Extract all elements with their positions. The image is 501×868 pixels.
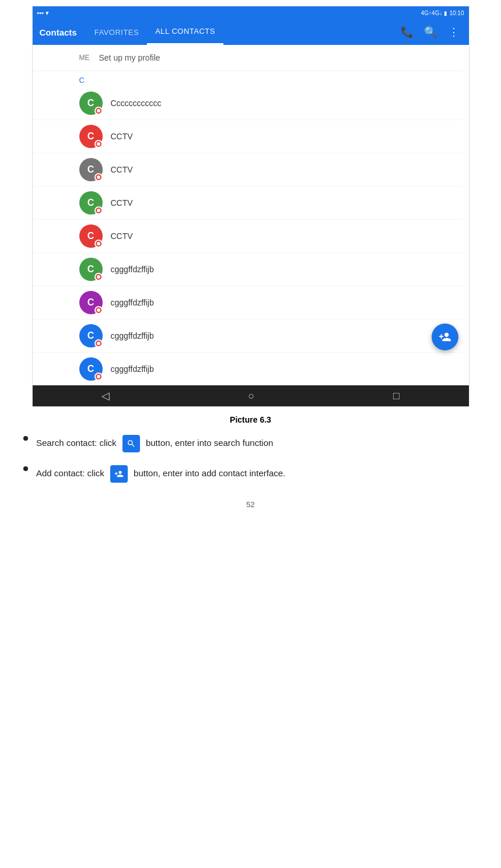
avatar-badge bbox=[94, 173, 103, 181]
contacts-content: ME Set up my profile C C Cccccccccccc C bbox=[33, 45, 469, 385]
contact-name: cgggffdzffijb bbox=[111, 298, 154, 307]
tab-all-contacts[interactable]: ALL CONTACTS bbox=[147, 19, 223, 45]
add-contact-icon-inline bbox=[110, 465, 128, 483]
status-bar-right: 4G↑4G↓ ▮ 10:10 bbox=[421, 10, 464, 16]
phone-icon-btn[interactable]: 📞 bbox=[399, 24, 415, 40]
contact-item[interactable]: C Cccccccccccc bbox=[33, 87, 463, 120]
search-instruction: Search contact: click button, enter into… bbox=[23, 435, 478, 452]
recent-button[interactable]: □ bbox=[381, 386, 411, 406]
contact-item[interactable]: C cgggffdzffijb bbox=[33, 353, 463, 385]
bullet-dot bbox=[23, 436, 28, 441]
me-label: ME bbox=[79, 54, 90, 62]
contact-item[interactable]: C CCTV bbox=[33, 120, 463, 153]
contact-item[interactable]: C CCTV bbox=[33, 187, 463, 220]
contact-list: C Cccccccccccc C CCTV C bbox=[33, 87, 463, 385]
avatar-badge bbox=[94, 140, 103, 148]
avatar: C bbox=[79, 224, 103, 248]
contact-item[interactable]: C CCTV bbox=[33, 220, 463, 253]
nav-bottom: ◁ ○ □ bbox=[33, 385, 469, 406]
avatar-badge bbox=[94, 372, 103, 381]
status-bar: ▪▪▪ ▾ 4G↑4G↓ ▮ 10:10 bbox=[33, 6, 469, 19]
contact-item[interactable]: C cgggffdzffijb bbox=[33, 319, 463, 353]
signal-icon: ▪▪▪ bbox=[37, 9, 44, 16]
search-instruction-text: Search contact: click button, enter into… bbox=[36, 435, 273, 452]
contact-item[interactable]: C CCTV bbox=[33, 153, 463, 187]
avatar: C bbox=[79, 357, 103, 381]
status-bar-left: ▪▪▪ ▾ bbox=[37, 9, 50, 17]
page-number: 52 bbox=[0, 500, 501, 509]
contact-item[interactable]: C cgggffdzffijb bbox=[33, 286, 463, 319]
avatar: C bbox=[79, 324, 103, 347]
avatar: C bbox=[79, 158, 103, 181]
avatar-badge bbox=[94, 339, 103, 347]
contact-name: CCTV bbox=[111, 132, 133, 141]
battery-icon: ▮ bbox=[444, 10, 447, 16]
setup-profile-text: Set up my profile bbox=[99, 53, 160, 62]
me-section[interactable]: ME Set up my profile bbox=[33, 45, 463, 71]
nav-actions: 📞 🔍 ⋮ bbox=[399, 24, 462, 40]
instructions-list: Search contact: click button, enter into… bbox=[0, 435, 501, 483]
search-icon-inline bbox=[122, 435, 140, 452]
bullet-dot bbox=[23, 466, 28, 471]
add-instruction: Add contact: click button, enter into ad… bbox=[23, 465, 478, 483]
avatar: C bbox=[79, 291, 103, 314]
phone-frame: ▪▪▪ ▾ 4G↑4G↓ ▮ 10:10 Contacts FAVORITES … bbox=[32, 6, 470, 407]
app-title: Contacts bbox=[40, 27, 86, 37]
contact-name: CCTV bbox=[111, 231, 133, 241]
avatar: C bbox=[79, 92, 103, 115]
add-contact-fab[interactable] bbox=[432, 324, 458, 350]
add-instruction-text: Add contact: click button, enter into ad… bbox=[36, 465, 285, 483]
avatar-badge bbox=[94, 206, 103, 215]
contact-name: CCTV bbox=[111, 198, 133, 208]
nav-tabs: FAVORITES ALL CONTACTS bbox=[86, 19, 399, 45]
contact-name: cgggffdzffijb bbox=[111, 265, 154, 274]
avatar: C bbox=[79, 191, 103, 215]
contact-item[interactable]: C cgggffdzffijb bbox=[33, 253, 463, 286]
avatar-badge bbox=[94, 240, 103, 248]
contact-name: CCTV bbox=[111, 165, 133, 174]
section-header-c: C bbox=[33, 71, 463, 87]
picture-caption: Picture 6.3 bbox=[0, 415, 501, 424]
contact-name: cgggffdzffijb bbox=[111, 331, 154, 340]
contact-name: Cccccccccccc bbox=[111, 99, 162, 108]
top-nav: Contacts FAVORITES ALL CONTACTS 📞 🔍 ⋮ bbox=[33, 19, 469, 45]
time-label: 10:10 bbox=[449, 10, 464, 16]
back-button[interactable]: ◁ bbox=[90, 386, 121, 406]
contact-name: cgggffdzffijb bbox=[111, 364, 154, 374]
more-icon-btn[interactable]: ⋮ bbox=[446, 24, 462, 40]
search-icon-btn[interactable]: 🔍 bbox=[422, 24, 439, 40]
avatar-badge bbox=[94, 306, 103, 314]
tab-favorites[interactable]: FAVORITES bbox=[86, 19, 148, 45]
avatar: C bbox=[79, 125, 103, 148]
avatar: C bbox=[79, 258, 103, 281]
wifi-icon: ▾ bbox=[45, 9, 49, 17]
avatar-badge bbox=[94, 273, 103, 281]
network-label: 4G↑4G↓ bbox=[421, 10, 443, 16]
home-button[interactable]: ○ bbox=[237, 386, 267, 406]
avatar-badge bbox=[94, 107, 103, 115]
